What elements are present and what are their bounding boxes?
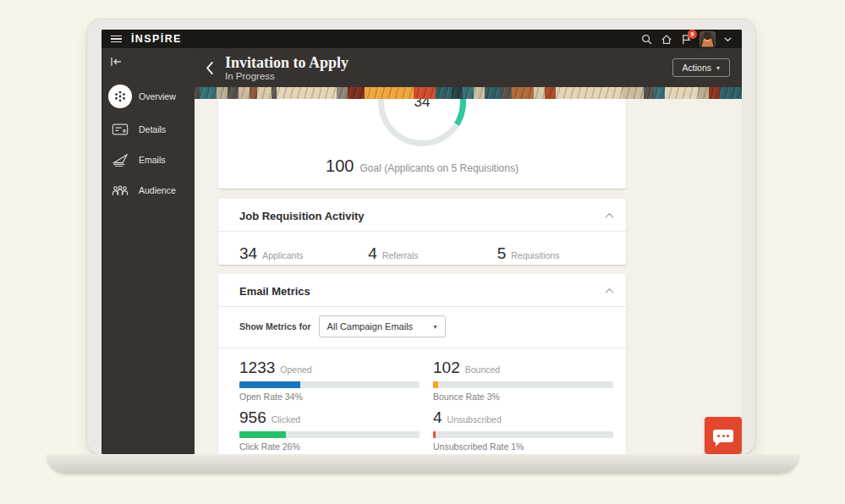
stat-label: Applicants bbox=[262, 250, 303, 260]
campaign-emails-select[interactable]: All Campaign Emails ▾ bbox=[319, 315, 446, 337]
progress-track bbox=[433, 381, 613, 388]
overview-icon bbox=[108, 85, 132, 108]
metric-value: 4 bbox=[433, 408, 442, 427]
app-logo: İNSPİRE bbox=[131, 33, 182, 45]
metric-rate: Open Rate 34% bbox=[239, 392, 420, 402]
page-header: Invitation to Apply In Progress Actions … bbox=[195, 48, 742, 87]
audience-icon bbox=[108, 184, 132, 197]
metric-unsubscribed: 4 Unsubscribed Unsubscribed Rate 1% bbox=[433, 408, 613, 452]
metric-label: Clicked bbox=[272, 414, 300, 425]
stat-referrals: 4 Referrals bbox=[368, 244, 497, 263]
hamburger-menu-icon[interactable] bbox=[111, 36, 122, 43]
stat-label: Requisitions bbox=[511, 250, 559, 260]
goal-card: 34 100 Goal (Applicants on 5 Requisition… bbox=[218, 99, 626, 189]
back-chevron-icon[interactable] bbox=[206, 61, 214, 75]
details-icon bbox=[108, 123, 132, 136]
metric-value: 102 bbox=[433, 359, 460, 377]
card-header: Email Metrics bbox=[218, 274, 626, 306]
goal-label: Goal (Applicants on 5 Requisitions) bbox=[359, 162, 518, 174]
metric-clicked: 956 Clicked Click Rate 26% bbox=[239, 408, 420, 452]
metric-value: 956 bbox=[239, 408, 266, 427]
sidebar-item-details[interactable]: Details bbox=[102, 114, 195, 145]
metrics-filter-row: Show Metrics for All Campaign Emails ▾ bbox=[218, 307, 626, 348]
section-title: Job Requisition Activity bbox=[239, 210, 365, 222]
user-menu-chevron-down-icon[interactable] bbox=[724, 36, 732, 42]
email-metrics-grid: 1233 Opened Open Rate 34% bbox=[218, 348, 626, 452]
chat-button[interactable] bbox=[705, 417, 742, 454]
collapse-chevron-up-icon[interactable] bbox=[606, 213, 614, 222]
progress-track bbox=[433, 431, 613, 438]
decorative-banner bbox=[195, 87, 742, 99]
job-requisition-activity-card: Job Requisition Activity 34 Applicants bbox=[218, 199, 626, 265]
actions-button-label: Actions bbox=[683, 63, 711, 73]
notification-badge: 9 bbox=[688, 30, 697, 39]
sidebar-item-label: Overview bbox=[139, 91, 176, 101]
topbar-actions: 9 bbox=[641, 31, 732, 47]
metric-rate: Bounce Rate 3% bbox=[433, 392, 613, 402]
app-body: Overview Details bbox=[102, 48, 742, 454]
progress-fill bbox=[239, 431, 286, 438]
caret-down-icon: ▾ bbox=[434, 323, 437, 331]
page-title: Invitation to Apply bbox=[225, 54, 348, 71]
topbar: İNSPİRE 9 bbox=[102, 30, 742, 48]
metric-opened: 1233 Opened Open Rate 34% bbox=[239, 359, 420, 402]
emails-icon bbox=[108, 153, 132, 167]
metric-label: Opened bbox=[280, 364, 311, 375]
laptop-bezel: İNSPİRE 9 bbox=[87, 19, 755, 454]
progress-track bbox=[239, 381, 420, 388]
stat-value: 4 bbox=[368, 244, 377, 263]
content-scroll-area[interactable]: 34 100 Goal (Applicants on 5 Requisition… bbox=[195, 99, 742, 454]
sidebar-item-emails[interactable]: Emails bbox=[102, 145, 195, 175]
sidebar-item-overview[interactable]: Overview bbox=[102, 79, 195, 114]
status-text: In Progress bbox=[225, 71, 348, 82]
stat-value: 34 bbox=[239, 244, 257, 263]
goal-value: 100 bbox=[326, 156, 354, 176]
sidebar: Overview Details bbox=[102, 48, 195, 454]
sidebar-item-audience[interactable]: Audience bbox=[102, 175, 195, 205]
metric-label: Bounced bbox=[465, 364, 500, 375]
user-avatar[interactable] bbox=[700, 31, 716, 47]
caret-down-icon: ▾ bbox=[716, 64, 720, 72]
sidebar-item-label: Details bbox=[139, 124, 166, 134]
card-header: Job Requisition Activity bbox=[218, 199, 626, 231]
stat-requisitions: 5 Requisitions bbox=[497, 244, 626, 263]
home-icon[interactable] bbox=[661, 34, 672, 45]
goal-progress-ring: 34 bbox=[378, 99, 466, 146]
actions-button[interactable]: Actions ▾ bbox=[672, 58, 730, 77]
stat-value: 5 bbox=[497, 244, 507, 263]
stat-applicants: 34 Applicants bbox=[239, 244, 368, 263]
sidebar-item-label: Emails bbox=[139, 155, 166, 165]
collapse-chevron-up-icon[interactable] bbox=[606, 288, 614, 297]
filter-label: Show Metrics for bbox=[239, 321, 311, 331]
notifications-icon[interactable]: 9 bbox=[681, 34, 691, 45]
stat-label: Referrals bbox=[382, 250, 419, 260]
sidebar-collapse-icon[interactable] bbox=[110, 57, 122, 67]
laptop-screen: İNSPİRE 9 bbox=[102, 30, 742, 454]
metric-rate: Unsubscribed Rate 1% bbox=[433, 441, 613, 452]
goal-current-value: 34 bbox=[384, 99, 460, 140]
metric-bounced: 102 Bounced Bounce Rate 3% bbox=[433, 359, 613, 402]
metric-value: 1233 bbox=[239, 359, 275, 377]
goal-summary: 100 Goal (Applicants on 5 Requisitions) bbox=[218, 156, 626, 176]
progress-track bbox=[239, 431, 420, 438]
activity-stats-row: 34 Applicants 4 Referrals 5 Requisitions bbox=[218, 232, 626, 263]
page-title-block: Invitation to Apply In Progress bbox=[225, 54, 348, 82]
chat-bubble-icon bbox=[713, 430, 733, 442]
section-title: Email Metrics bbox=[239, 285, 310, 298]
progress-fill bbox=[239, 381, 300, 388]
sidebar-item-label: Audience bbox=[139, 185, 176, 195]
main-panel: Invitation to Apply In Progress Actions … bbox=[195, 48, 742, 454]
search-icon[interactable] bbox=[641, 34, 652, 45]
select-value: All Campaign Emails bbox=[327, 321, 413, 331]
progress-fill bbox=[433, 431, 436, 438]
progress-fill bbox=[433, 381, 438, 388]
laptop-base bbox=[47, 454, 799, 474]
metric-rate: Click Rate 26% bbox=[239, 441, 420, 452]
email-metrics-card: Email Metrics Show Metrics for All Campa… bbox=[218, 274, 626, 454]
page-background: İNSPİRE 9 bbox=[0, 0, 845, 504]
metric-label: Unsubscribed bbox=[447, 414, 502, 425]
